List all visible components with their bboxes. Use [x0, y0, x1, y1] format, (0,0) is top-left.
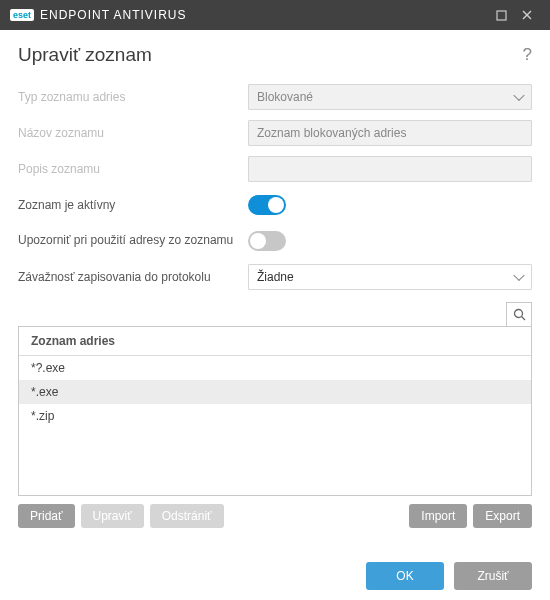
ok-button[interactable]: OK — [366, 562, 444, 590]
content: Upraviť zoznam ? Typ zoznamu adries Blok… — [0, 30, 550, 600]
type-label: Typ zoznamu adries — [18, 90, 248, 104]
svg-point-3 — [514, 310, 522, 318]
page-title: Upraviť zoznam — [18, 44, 152, 66]
active-toggle[interactable] — [248, 195, 286, 215]
severity-select[interactable]: Žiadne — [248, 264, 532, 290]
export-button[interactable]: Export — [473, 504, 532, 528]
type-select[interactable]: Blokované — [248, 84, 532, 110]
list-item[interactable]: *?.exe — [19, 356, 531, 380]
close-button[interactable] — [514, 2, 540, 28]
list-item[interactable]: *.exe — [19, 380, 531, 404]
notify-label: Upozorniť pri použití adresy zo zoznamu — [18, 233, 248, 249]
edit-button[interactable]: Upraviť — [81, 504, 144, 528]
list-header: Zoznam adries — [19, 327, 531, 356]
notify-toggle[interactable] — [248, 231, 286, 251]
maximize-button[interactable] — [488, 2, 514, 28]
app-title: ENDPOINT ANTIVIRUS — [40, 8, 488, 22]
address-list[interactable]: Zoznam adries *?.exe*.exe*.zip — [18, 326, 532, 496]
help-icon[interactable]: ? — [523, 45, 532, 65]
search-icon — [513, 308, 526, 321]
severity-value: Žiadne — [257, 270, 294, 284]
desc-input[interactable] — [248, 156, 532, 182]
cancel-button[interactable]: Zrušiť — [454, 562, 532, 590]
desc-label: Popis zoznamu — [18, 162, 248, 176]
type-value: Blokované — [257, 90, 313, 104]
brand-logo: eset — [10, 9, 34, 21]
delete-button[interactable]: Odstrániť — [150, 504, 224, 528]
name-input[interactable] — [248, 120, 532, 146]
list-item[interactable]: *.zip — [19, 404, 531, 428]
svg-rect-0 — [497, 11, 506, 20]
name-label: Názov zoznamu — [18, 126, 248, 140]
severity-label: Závažnosť zapisovania do protokolu — [18, 270, 248, 284]
active-label: Zoznam je aktívny — [18, 198, 248, 212]
search-button[interactable] — [506, 302, 532, 326]
titlebar: eset ENDPOINT ANTIVIRUS — [0, 0, 550, 30]
add-button[interactable]: Pridať — [18, 504, 75, 528]
svg-line-4 — [521, 317, 525, 321]
import-button[interactable]: Import — [409, 504, 467, 528]
